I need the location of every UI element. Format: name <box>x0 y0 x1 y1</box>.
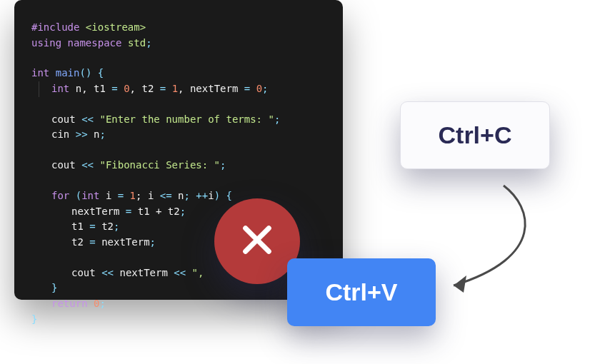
paste-card: Ctrl+V <box>287 258 436 326</box>
code-line: cout << "Fibonacci Series: "; <box>31 158 326 173</box>
token-keyword: #include <box>31 21 79 33</box>
code-line: } <box>31 280 326 296</box>
paste-label: Ctrl+V <box>325 278 397 306</box>
code-line: cout << "Enter the number of terms: "; <box>31 112 326 128</box>
copy-card: Ctrl+C <box>400 101 550 169</box>
token-include: <iostream> <box>79 21 146 33</box>
arrow-icon <box>425 178 554 300</box>
cross-icon <box>237 220 277 263</box>
code-line: return 0; <box>31 296 326 312</box>
code-line: using namespace std; <box>31 36 326 51</box>
code-line: for (int i = 1; i <= n; ++i) { <box>31 188 326 204</box>
code-line: int main() { <box>31 66 326 81</box>
copy-label: Ctrl+C <box>439 121 512 149</box>
code-line: } <box>31 312 326 328</box>
code-line: int n, t1 = 0, t2 = 1, nextTerm = 0; <box>31 81 326 97</box>
code-line: #include <iostream> <box>31 20 326 36</box>
code-line: cin >> n; <box>31 127 326 143</box>
